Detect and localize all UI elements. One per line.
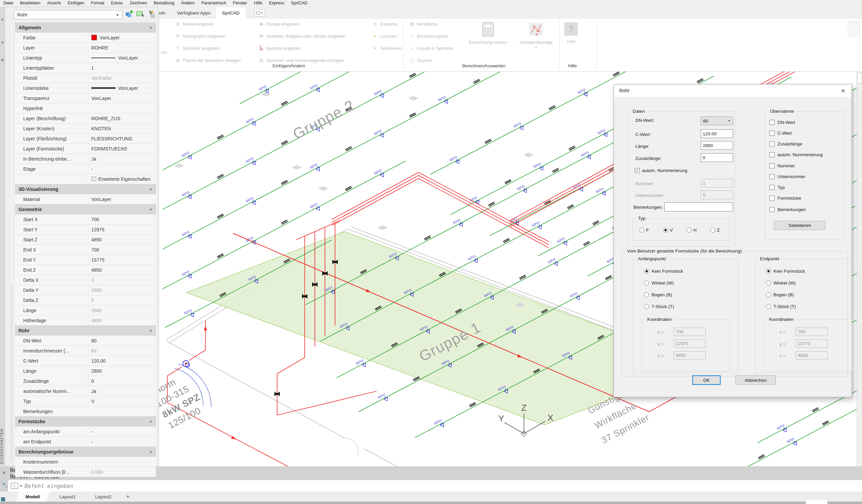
chevron-down-icon[interactable]: ▼: [19, 484, 23, 488]
palette-section-geometrie[interactable]: Geometrie▼: [15, 204, 156, 214]
grid-status-icon[interactable]: [1, 497, 5, 501]
property-row[interactable]: Knotennummern: [15, 457, 156, 467]
property-row[interactable]: Länge2800: [15, 305, 156, 316]
scrollbar-thumb[interactable]: [857, 73, 862, 83]
uebernahme-checkbox-formst-cke[interactable]: [769, 196, 774, 201]
property-row[interactable]: Erweiterte Eigenschaften: [15, 174, 156, 184]
uebernahme-checkbox-zusatzl-nge[interactable]: [769, 142, 774, 146]
property-row[interactable]: Delta Z0: [15, 295, 156, 305]
endpunkt-radio-0[interactable]: [766, 269, 771, 274]
property-row[interactable]: Bemerkungen: [15, 406, 156, 416]
ribbon-button-hydrant-eingeben[interactable]: ▙Hydrant eingeben: [259, 44, 301, 52]
property-row[interactable]: Layer (Knoten)KNOTEN: [15, 123, 156, 134]
layout-tab-layout2[interactable]: Layout2: [86, 492, 121, 502]
ribbon-button-fl-che-mit-sprinklern-belegen[interactable]: ▦Fläche mit Sprinklern belegen: [175, 56, 241, 64]
ribbon-button-schieber-klappen-oder-ventile-eingeben[interactable]: ⋈Schieber, Klappen oder Ventile eingeben: [259, 32, 345, 40]
property-row[interactable]: Zusatzlänge0: [15, 376, 156, 386]
anfangspunkt-radio-1[interactable]: [644, 280, 649, 286]
palette-section-formst-cke[interactable]: Formstücke▼: [15, 416, 156, 427]
uebernahme-checkbox-autom-nummerierung[interactable]: [769, 152, 774, 157]
ribbon-button-l-schen[interactable]: ▰Löschen: [373, 32, 397, 40]
property-row[interactable]: MaterialVonLayer: [15, 194, 156, 204]
ribbon-button-suchen[interactable]: ◯Suchen: [409, 56, 432, 64]
input-cwert[interactable]: 120.00: [701, 129, 733, 138]
endpunkt-radio-1[interactable]: [766, 280, 771, 286]
property-row[interactable]: DN-Wert80: [15, 336, 156, 346]
property-row[interactable]: Innendurchmesser [...83: [15, 346, 156, 356]
menu-item-datei[interactable]: Datei: [0, 0, 16, 6]
menu-item-parametrisch[interactable]: Parametrisch: [198, 0, 230, 6]
property-row[interactable]: LinienstärkeVonLayer: [15, 83, 156, 93]
menu-item-ansicht[interactable]: Ansicht: [44, 0, 64, 6]
input-lnge[interactable]: 2800: [701, 141, 733, 150]
property-row[interactable]: Delta Y2800: [15, 285, 156, 295]
property-row[interactable]: Länge2800: [15, 366, 156, 376]
uebernahme-checkbox-typ[interactable]: [769, 185, 774, 190]
menu-item-ändern[interactable]: Ändern: [178, 0, 198, 6]
bemerkungen-input[interactable]: [664, 202, 733, 211]
property-row[interactable]: Layer (Formstücke)FORMSTUECKE: [15, 144, 156, 154]
autom-nummerierung-checkbox[interactable]: ✓: [635, 168, 640, 173]
ribbon-collapsed-panel[interactable]: [848, 21, 860, 36]
abbrechen-button[interactable]: Abbrechen: [735, 375, 776, 385]
property-row[interactable]: End Y15775: [15, 255, 156, 265]
property-row[interactable]: Höhenlage4850: [15, 316, 156, 326]
ribbon-button-standardanzeige[interactable]: Standardanzeige▼: [520, 22, 552, 49]
menu-item-fenster[interactable]: Fenster: [230, 0, 250, 6]
dn-wert-combobox[interactable]: 80▼: [701, 117, 733, 125]
property-row[interactable]: PlotstilVonFarbe: [15, 73, 156, 83]
typ-radio-v[interactable]: [663, 228, 668, 233]
menu-item-format[interactable]: Format: [88, 0, 108, 6]
dialog-title-bar[interactable]: Rohr ✕: [614, 84, 851, 97]
menu-item-bearbeiten[interactable]: Bearbeiten: [16, 0, 43, 6]
property-row[interactable]: TransparenzVonLayer: [15, 93, 156, 103]
color-swatch[interactable]: [91, 35, 97, 40]
property-row[interactable]: Layer (Fließrichtung)FLIESSRICHTUNG: [15, 134, 156, 144]
palette-section-allgemein[interactable]: Allgemein▼: [15, 23, 156, 33]
ribbon-tab-verf-gbare-apps[interactable]: Verfügbare Apps: [171, 8, 216, 19]
menu-item-bemaßung[interactable]: Bemaßung: [150, 0, 178, 6]
uebernahme-checkbox-unternummer[interactable]: [769, 174, 774, 179]
command-close-icon[interactable]: ✕: [2, 470, 6, 475]
object-type-combobox[interactable]: Rohr ▼: [14, 10, 122, 19]
ribbon-button-rohre-eingeben[interactable]: ≣Rohre eingeben: [175, 20, 214, 28]
palette-close-icon[interactable]: ✕: [0, 17, 5, 22]
ribbon-button-strangrohre-eingeben[interactable]: RStrangrohre eingeben: [175, 32, 225, 40]
menu-item-spricad[interactable]: SpriCAD: [288, 0, 311, 6]
ribbon-button-hilfe[interactable]: ?Hilfe: [564, 22, 578, 44]
palette-section-berechnungsergebnisse[interactable]: Berechnungsergebnisse▼: [15, 447, 156, 457]
ribbon-button-pumpe-eingeben[interactable]: ◉Pumpe eingeben: [259, 20, 299, 28]
property-row[interactable]: LinientypVonLayer: [15, 53, 156, 63]
ribbon-button-wirkfl-che[interactable]: ▥Wirkfläche: [409, 20, 437, 28]
add-layout-button[interactable]: +: [126, 493, 130, 500]
property-row[interactable]: automatische Numm...Ja: [15, 386, 156, 396]
typ-radio-f[interactable]: [639, 228, 644, 233]
palette-scrollbar[interactable]: [11, 23, 13, 460]
command-prompt-icon[interactable]: >_: [11, 483, 18, 489]
selektieren-button[interactable]: Selektieren: [774, 221, 825, 230]
property-row[interactable]: Linientypfaktor1: [15, 63, 156, 73]
layout-tab-layout1[interactable]: Layout1: [50, 492, 86, 502]
property-row[interactable]: C-Wert120.00: [15, 356, 156, 366]
layout-tab-modell[interactable]: Modell: [16, 492, 50, 502]
endpunkt-radio-2[interactable]: [766, 292, 771, 297]
property-row[interactable]: Start Y12975: [15, 225, 156, 235]
palette-autohide-icon[interactable]: ⏴: [0, 40, 5, 45]
command-customize-wrench-icon[interactable]: 🔧: [2, 482, 8, 488]
endpunkt-radio-3[interactable]: [766, 304, 771, 309]
property-row[interactable]: am Anfangspunkt-: [15, 427, 156, 437]
ribbon-tab-spricad[interactable]: SpriCAD: [216, 8, 246, 19]
menu-item-einfügen[interactable]: Einfügen: [64, 0, 88, 6]
uebernahme-checkbox-c-wert[interactable]: [769, 131, 774, 136]
palette-settings-gear-icon[interactable]: ⚙: [0, 58, 5, 62]
property-row[interactable]: Layer (Beschriftung)ROHRE_ZUS: [15, 114, 156, 123]
property-row[interactable]: Etage-: [15, 164, 156, 174]
property-row[interactable]: FarbeVonLayer: [15, 33, 156, 43]
property-row[interactable]: In Berechnung einbe...Ja: [15, 154, 156, 164]
ribbon-button-sprinkler-eingeben[interactable]: ▽Sprinkler eingeben: [175, 44, 219, 52]
close-icon[interactable]: ✕: [839, 87, 847, 95]
property-row[interactable]: End Z4850: [15, 265, 156, 275]
typ-radio-h[interactable]: [687, 228, 692, 233]
menu-item-express[interactable]: Express: [266, 0, 288, 6]
uebernahme-checkbox-nummer[interactable]: [769, 163, 774, 168]
